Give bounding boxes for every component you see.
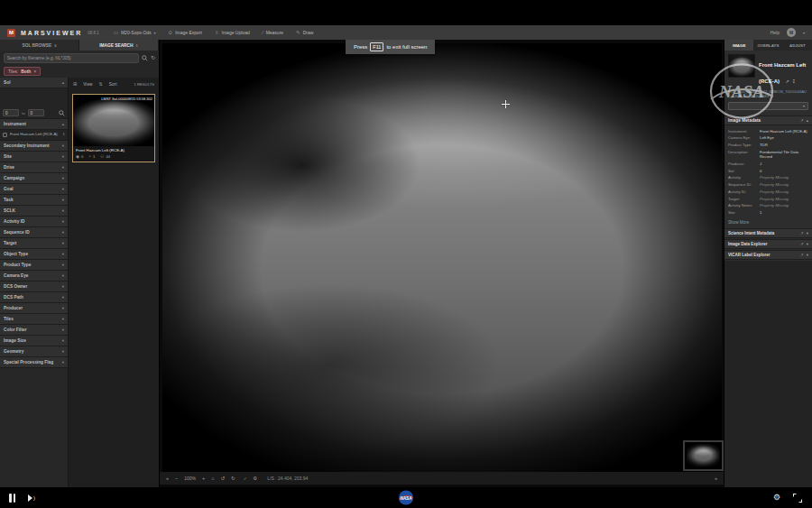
filter-section-object-type[interactable]: Object Type▾ [0,249,68,260]
filter-section-product-type[interactable]: Product Type▾ [0,260,68,271]
sol-from-input[interactable]: 0 [3,109,19,116]
result-title: Front Hazcam Left (RCE-A) [76,148,152,152]
prev-image-button[interactable]: « [166,476,169,481]
filter-section-task[interactable]: Task▾ [0,195,68,206]
sort-icon[interactable]: ⇅ [99,81,103,87]
filter-section-drive[interactable]: Drive▾ [0,162,68,173]
menu-m20-sops-ods[interactable]: ▭M20-Sops-Ods▾ [114,30,156,35]
filter-section-instrument[interactable]: Instrument ▴ [0,119,68,130]
filter-section-campaign[interactable]: Campaign▾ [0,173,68,184]
sol-search-icon[interactable] [59,110,65,116]
zoom-out-button[interactable]: − [175,476,178,481]
instrument-checkbox[interactable] [3,133,7,137]
explorer-image-data-explorer[interactable]: Image Data Explorer↗▾ [724,239,812,249]
filter-section-camera-eye[interactable]: Camera Eye▾ [0,271,68,282]
filter-section-sol[interactable]: Sol ▴ [0,78,68,88]
explorer-vicar-label-explorer[interactable]: VICAR Label Explorer↗▾ [724,250,812,260]
filter-section-secondary-instrument[interactable]: Secondary Instrument▾ [0,141,68,152]
video-player-bar: ) NASA ⚙ [0,487,812,508]
chevron-down-icon[interactable]: ▾ [803,31,805,35]
target-icon: ⌖ [88,154,91,159]
sol-to-input[interactable]: 0 [28,109,44,116]
menu-image-upload[interactable]: ⇧Image Upload [215,30,250,35]
zoom-level[interactable]: 100% [184,476,196,481]
menu-image-export[interactable]: ⊙Image Export [169,30,202,35]
topbar-menu: ▭M20-Sops-Ods▾⊙Image Export⇧Image Upload… [114,30,314,35]
filter-section-sclk[interactable]: SCLK▾ [0,206,68,217]
filter-section-geometry[interactable]: Geometry▾ [0,346,68,357]
explorer-science-intent-metadata[interactable]: Science Intent Metadata↗▾ [724,228,812,238]
menu-draw[interactable]: ✎Draw [296,30,313,35]
download-icon[interactable]: ↧ [792,79,796,84]
filter-section-sequence-id[interactable]: Sequence ID▾ [0,227,68,238]
filter-section-goal[interactable]: Goal▾ [0,184,68,195]
search-input[interactable]: Search by filename (e.g. NL*J05) [4,53,139,63]
tab-overlays[interactable]: OVERLAYS [753,40,782,51]
fullscreen-icon[interactable] [793,494,801,502]
view-button[interactable]: View [83,82,92,87]
help-link[interactable]: Help [770,30,780,35]
product-select[interactable]: ▾ [728,102,808,110]
tab-sol-browse[interactable]: SOL BROWSE 0 [0,40,79,51]
player-settings-icon[interactable]: ⚙ [773,494,780,502]
speaker-icon [28,494,32,502]
tab-image[interactable]: IMAGE [724,40,753,51]
chevron-down-icon[interactable]: ▾ [807,231,808,236]
filter-section-site[interactable]: Site▾ [0,152,68,162]
filter-chip-tiles[interactable]: Tiles: Both × [4,67,41,76]
filter-section-dcs-path[interactable]: DCS Path▾ [0,292,68,303]
detail-thumbnail[interactable] [728,54,755,78]
menu-measure[interactable]: ∕Measure [263,30,283,35]
volume-button[interactable]: ) [28,494,35,502]
tab-adjust[interactable]: ADJUST [783,40,812,51]
chevron-up-icon: ▴ [62,80,64,85]
filter-section-color-filter[interactable]: Color Filter▾ [0,325,68,336]
home-button[interactable]: ⌂ [211,476,214,481]
explorer-list: Science Intent Metadata↗▾Image Data Expl… [724,228,812,261]
filter-section-dcs-owner[interactable]: DCS Owner▾ [0,282,68,292]
sort-button[interactable]: Sort [109,82,117,87]
collapsed-filter-list: Secondary Instrument▾Site▾Drive▾Campaign… [0,141,68,368]
pause-button[interactable] [9,494,15,503]
sol-filter-body: 0 to 0 [0,88,68,119]
filter-section-target[interactable]: Target▾ [0,238,68,249]
close-icon[interactable]: × [33,69,36,74]
marsviewer-logo-icon: M [7,29,15,37]
filter-section-image-size[interactable]: Image Size▾ [0,336,68,346]
popout-icon[interactable]: ↗ [800,242,804,246]
popout-icon[interactable]: ↗ [800,231,804,236]
search-icon[interactable] [142,55,148,61]
chevron-down-icon: ▾ [62,176,64,180]
metadata-row: Activity Notes:Property Missing [728,202,808,209]
instrument-option-label[interactable]: Front Hazcam Left (RCE-A) [10,132,60,137]
chevron-up-icon[interactable]: ▴ [807,118,808,123]
tab-image-search[interactable]: IMAGE SEARCH 1 [79,40,159,51]
image-metadata-header[interactable]: Image Metadata ↗ ▴ [724,115,812,125]
filter-section-activity-id[interactable]: Activity ID▾ [0,217,68,227]
user-avatar[interactable]: M [787,28,796,37]
mars-hazcam-image[interactable] [162,43,722,478]
filter-section-producer[interactable]: Producer▾ [0,303,68,314]
navigator-inset[interactable] [683,440,724,471]
refresh-icon[interactable]: ↻ [151,55,155,60]
filter-section-tiles[interactable]: Tiles▾ [0,314,68,325]
result-thumbnail[interactable]: LMST Sol-00000M15:53:58.302 [73,95,154,146]
zoom-in-button[interactable]: + [202,476,205,481]
metadata-row: Sequence ID:Property Missing [728,181,808,189]
metadata-row: Activity:Property Missing [728,174,808,181]
expand-button[interactable]: ↔ [241,475,248,482]
chevron-down-icon[interactable]: ▾ [807,242,808,246]
rotate-right-button[interactable]: ↻ [231,476,235,481]
show-more-link[interactable]: Show More [724,218,812,228]
popout-icon[interactable]: ↗ [800,118,804,123]
filter-section-special-processing-flag[interactable]: Special Processing Flag▾ [0,357,68,368]
next-image-button[interactable]: » [715,476,717,481]
grid-view-icon[interactable]: ⊞ [73,81,77,87]
viewer-settings-icon[interactable]: ⚙ [253,476,257,481]
chevron-down-icon[interactable]: ▾ [807,253,808,257]
open-external-icon[interactable]: ↗ [785,79,789,84]
popout-icon[interactable]: ↗ [800,253,804,257]
pins-count: 1 [93,154,95,159]
result-card[interactable]: LMST Sol-00000M15:53:58.302 Front Hazcam… [72,94,155,162]
rotate-left-button[interactable]: ↺ [221,476,226,481]
